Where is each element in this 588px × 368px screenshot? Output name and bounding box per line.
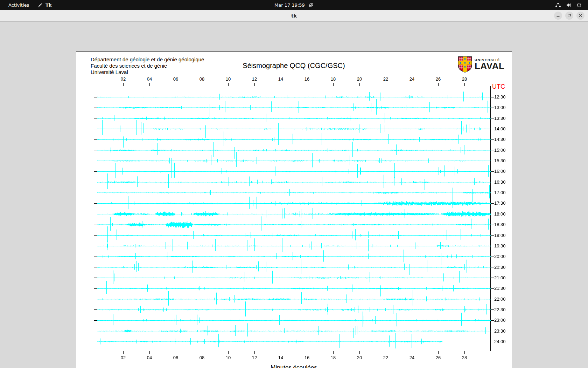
- trace-tick-left: [94, 118, 97, 118]
- time-tick-label: 16:00: [494, 169, 506, 174]
- maximize-button[interactable]: [565, 12, 573, 20]
- trace-tick-right: [491, 193, 494, 193]
- time-tick-label: 13:30: [494, 116, 506, 121]
- x-tick-top: [176, 83, 176, 86]
- trace-tick-right: [491, 309, 494, 310]
- x-tick-label-bottom: 14: [275, 355, 286, 360]
- x-axis-label: Minutes écoulées: [97, 364, 491, 368]
- time-tick-label: 17:30: [494, 200, 506, 206]
- x-tick-top: [307, 83, 307, 86]
- app-menu-button[interactable]: Tk: [38, 0, 52, 10]
- desktop: Activities Tk Mar 17 19:59: [0, 0, 588, 368]
- x-tick-label-top: 10: [223, 76, 233, 82]
- x-tick-label-bottom: 22: [380, 355, 391, 360]
- time-tick-label: 19:00: [494, 233, 506, 238]
- laval-logo-laval: LAVAL: [475, 62, 504, 70]
- trace-tick-right: [491, 150, 494, 150]
- x-tick-label-top: 08: [197, 76, 207, 82]
- x-tick-label-top: 20: [354, 76, 365, 82]
- tk-app-icon: [38, 2, 43, 8]
- trace-tick-left: [94, 108, 97, 108]
- trace-tick-left: [94, 203, 97, 204]
- x-tick-label-bottom: 16: [302, 355, 312, 360]
- time-tick-label: 23:00: [494, 318, 506, 323]
- x-tick-top: [464, 83, 465, 86]
- time-tick-label: 12:30: [494, 94, 506, 100]
- x-tick-top: [412, 83, 412, 86]
- trace-tick-right: [491, 225, 494, 225]
- trace-tick-left: [94, 182, 97, 182]
- clock-menu[interactable]: Mar 17 19:59: [0, 0, 588, 10]
- laval-shield-icon: [458, 56, 472, 74]
- x-tick-top: [123, 83, 124, 86]
- x-tick-top: [254, 83, 255, 86]
- activities-button[interactable]: Activities: [8, 0, 29, 10]
- x-tick-label-top: 02: [118, 76, 128, 82]
- trace-tick-right: [491, 267, 494, 267]
- time-tick-label: 21:00: [494, 275, 506, 280]
- trace-tick-right: [491, 320, 494, 321]
- x-tick-bottom: [202, 351, 202, 354]
- x-tick-bottom: [228, 351, 229, 354]
- x-tick-label-top: 16: [302, 76, 312, 82]
- x-tick-top: [359, 83, 360, 86]
- trace-tick-right: [491, 97, 494, 97]
- x-tick-bottom: [438, 351, 439, 354]
- trace-tick-left: [94, 129, 97, 129]
- window-titlebar[interactable]: tk: [0, 10, 588, 22]
- time-tick-label: 13:00: [494, 105, 506, 110]
- trace-tick-right: [491, 214, 494, 214]
- trace-tick-right: [491, 235, 494, 236]
- x-tick-label-bottom: 12: [249, 355, 260, 360]
- system-status-area[interactable]: [555, 0, 582, 10]
- time-tick-label: 17:00: [494, 190, 506, 195]
- time-tick-label: 15:30: [494, 158, 506, 163]
- trace-tick-left: [94, 214, 97, 214]
- notifications-muted-icon: [308, 2, 314, 8]
- trace-tick-right: [491, 139, 494, 140]
- trace-tick-left: [94, 299, 97, 299]
- trace-tick-left: [94, 171, 97, 172]
- trace-tick-right: [491, 246, 494, 246]
- time-tick-label: 16:30: [494, 179, 506, 185]
- x-tick-top: [202, 83, 202, 86]
- x-tick-top: [149, 83, 150, 86]
- x-tick-bottom: [254, 351, 255, 354]
- trace-tick-left: [94, 161, 97, 161]
- trace-tick-left: [94, 150, 97, 150]
- app-menu-label: Tk: [46, 2, 52, 8]
- x-tick-bottom: [359, 351, 360, 354]
- trace-tick-left: [94, 235, 97, 236]
- x-tick-label-top: 04: [144, 76, 155, 82]
- x-tick-top: [438, 83, 439, 86]
- trace-tick-right: [491, 257, 494, 257]
- x-tick-top: [228, 83, 229, 86]
- x-tick-bottom: [123, 351, 124, 354]
- trace-tick-right: [491, 161, 494, 161]
- trace-tick-left: [94, 288, 97, 289]
- time-tick-label: 21:30: [494, 286, 506, 291]
- x-tick-label-bottom: 10: [223, 355, 233, 360]
- x-tick-label-bottom: 06: [170, 355, 181, 360]
- seismogram-traces: [97, 86, 491, 352]
- trace-tick-right: [491, 171, 494, 172]
- network-wired-icon: [555, 2, 561, 8]
- time-tick-label: 20:00: [494, 254, 506, 259]
- activities-label: Activities: [8, 2, 29, 8]
- x-tick-label-top: 22: [380, 76, 391, 82]
- trace-tick-left: [94, 309, 97, 310]
- x-tick-label-bottom: 02: [118, 355, 128, 360]
- minimize-button[interactable]: [554, 12, 562, 20]
- trace-tick-right: [491, 331, 494, 331]
- close-button[interactable]: [576, 12, 584, 20]
- trace-tick-right: [491, 288, 494, 289]
- trace-tick-left: [94, 257, 97, 257]
- trace-tick-left: [94, 139, 97, 140]
- laval-logo: UNIVERSITÉ LAVAL: [458, 56, 504, 74]
- time-tick-label: 15:00: [494, 148, 506, 153]
- x-tick-label-bottom: 04: [144, 355, 155, 360]
- trace-tick-right: [491, 203, 494, 204]
- x-tick-label-bottom: 08: [197, 355, 207, 360]
- x-tick-label-top: 18: [328, 76, 338, 82]
- trace-tick-left: [94, 278, 97, 278]
